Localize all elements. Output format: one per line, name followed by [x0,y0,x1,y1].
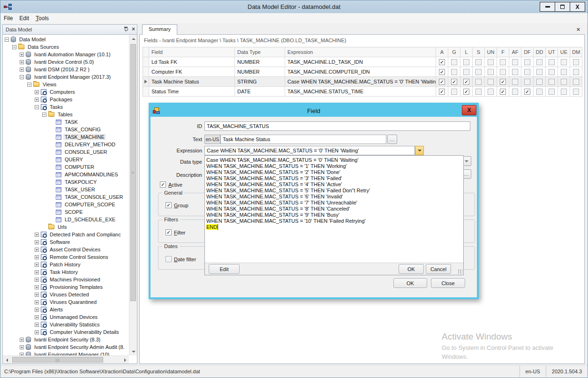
restore-button[interactable] [555,2,570,12]
flag-cell[interactable]: ✓ [436,57,448,67]
tree-item[interactable]: DELIVERY_METHOD [3,141,129,148]
checkbox-unchecked-icon[interactable] [451,59,457,65]
tree-item[interactable]: +Ivanti Automation Manager (10.1) [3,51,129,58]
checkbox-unchecked-icon[interactable] [573,79,579,85]
collapse-icon[interactable]: − [12,45,16,49]
checkbox-unchecked-icon[interactable] [573,59,579,65]
id-field[interactable]: TASK_MACHINE_STATUS [204,121,470,131]
flag-cell[interactable]: ✓ [521,87,534,97]
checkbox-unchecked-icon[interactable] [488,69,494,75]
flag-cell[interactable]: ✓ [460,87,473,97]
checkbox-unchecked-icon[interactable] [475,59,482,65]
minimize-button[interactable] [540,2,555,12]
flag-cell[interactable]: ✓ [448,77,460,87]
flag-column-header[interactable]: UE [558,47,570,57]
checkbox-unchecked-icon[interactable] [561,79,567,85]
checkbox-unchecked-icon[interactable] [536,79,543,85]
flag-cell[interactable] [570,87,582,97]
flag-cell[interactable] [558,87,570,97]
menu-file[interactable]: File [0,14,16,23]
expand-icon[interactable]: + [35,90,39,94]
checkbox-unchecked-icon[interactable] [451,89,457,95]
expand-icon[interactable]: + [20,60,24,64]
field-name-cell[interactable]: Status Time [149,87,235,97]
tree-item[interactable]: COMPUTER_SCOPE [3,201,129,208]
expression-dropdown-button[interactable] [415,146,424,155]
collapse-icon[interactable]: − [20,75,24,79]
tree-item[interactable]: +Computers [3,88,129,96]
tree-item[interactable]: SCOPE [3,208,129,216]
expand-icon[interactable]: + [20,345,24,349]
expression-cell[interactable]: TASK_MACHINE.LD_TASK_IDN [285,57,436,67]
scroll-thumb[interactable]: ||| [12,357,103,363]
checkbox-unchecked-icon[interactable] [488,89,494,95]
menu-edit[interactable]: Edit [16,14,32,23]
checkbox-unchecked-icon[interactable] [475,89,482,95]
checkbox-unchecked-icon[interactable] [524,59,530,65]
flag-cell[interactable] [558,67,570,77]
flag-cell[interactable]: ✓ [497,77,509,87]
checkbox-unchecked-icon[interactable] [549,69,555,75]
expression-cell[interactable]: TASK_MACHINE.COMPUTER_IDN [285,67,436,77]
flag-cell[interactable]: ✓ [436,67,448,77]
tree-item[interactable]: CONSOLE_USER [3,148,129,156]
tree-item[interactable]: +Patch History [3,261,129,268]
expand-icon[interactable]: + [35,293,39,297]
tree-item[interactable]: +Ivanti Device Control (5.0) [3,58,129,66]
tree-item[interactable]: −Views [3,81,129,88]
flag-cell[interactable] [546,57,558,67]
flag-cell[interactable]: ✓ [436,77,448,87]
group-checkbox[interactable]: ✓ Group [166,202,188,208]
flag-cell[interactable] [534,67,546,77]
tree-item[interactable]: +Ivanti Endpoint Security (8.3) [3,336,129,343]
text-ellipsis-button[interactable]: ... [387,135,397,144]
tree-item[interactable]: TASKPOLICY [3,178,129,186]
data-type-cell[interactable]: DATE [235,87,285,97]
tree-item[interactable]: +Machines Provisioned [3,276,129,283]
flag-cell[interactable] [448,67,460,77]
flag-cell[interactable] [558,57,570,67]
expand-icon[interactable]: + [35,240,39,244]
date-filter-checkbox[interactable]: Date filter [166,256,196,262]
flag-column-header[interactable]: F [497,47,509,57]
expand-icon[interactable]: + [35,255,39,259]
expand-icon[interactable]: + [35,98,39,102]
flag-cell[interactable] [509,87,521,97]
expand-icon[interactable]: + [35,323,39,327]
tree-horizontal-scrollbar[interactable]: ||| [3,355,129,363]
flag-cell[interactable] [546,87,558,97]
column-header[interactable]: Data Type [235,47,285,57]
expand-icon[interactable]: + [35,233,39,237]
expand-icon[interactable]: + [20,68,24,72]
row-selector[interactable] [143,77,149,87]
flag-cell[interactable] [448,57,460,67]
flag-column-header[interactable]: UN [485,47,497,57]
dialog-close-button[interactable]: X [462,105,476,115]
expression-combo[interactable]: Case WHEN TASK_MACHINE.MAC_STATUS = '0' … [204,146,415,155]
expression-text[interactable]: Case WHEN TASK_MACHINE.MAC_STATUS = '0' … [205,156,463,263]
row-selector[interactable] [143,87,149,97]
checkbox-unchecked-icon[interactable] [536,69,543,75]
tree-item[interactable]: −Tasks [3,103,129,111]
flag-cell[interactable] [497,67,509,77]
expand-icon[interactable]: + [35,263,39,267]
field-name-cell[interactable]: Ld Task FK [149,57,235,67]
checkbox-unchecked-icon[interactable] [488,79,494,85]
checkbox-unchecked-icon[interactable] [524,79,530,85]
menu-tools[interactable]: Tools [32,14,52,23]
flag-cell[interactable] [473,77,485,87]
expand-icon[interactable]: + [35,285,39,289]
flag-cell[interactable] [570,57,582,67]
flag-cell[interactable] [534,57,546,67]
text-field[interactable]: Task Machine Status [220,135,386,144]
expand-icon[interactable]: + [35,308,39,312]
tree-item[interactable]: +Detected Patch and Complianc [3,231,129,238]
flag-column-header[interactable]: L [460,47,473,57]
scroll-down-icon[interactable] [129,348,137,355]
expand-icon[interactable]: + [35,300,39,304]
data-type-cell[interactable]: STRING [235,77,285,87]
checkbox-unchecked-icon[interactable] [512,89,518,95]
flag-column-header[interactable]: DF [521,47,534,57]
tree-item[interactable]: +Asset Control Devices [3,246,129,253]
tree-item[interactable]: +Vulnerability Statistics [3,321,129,328]
